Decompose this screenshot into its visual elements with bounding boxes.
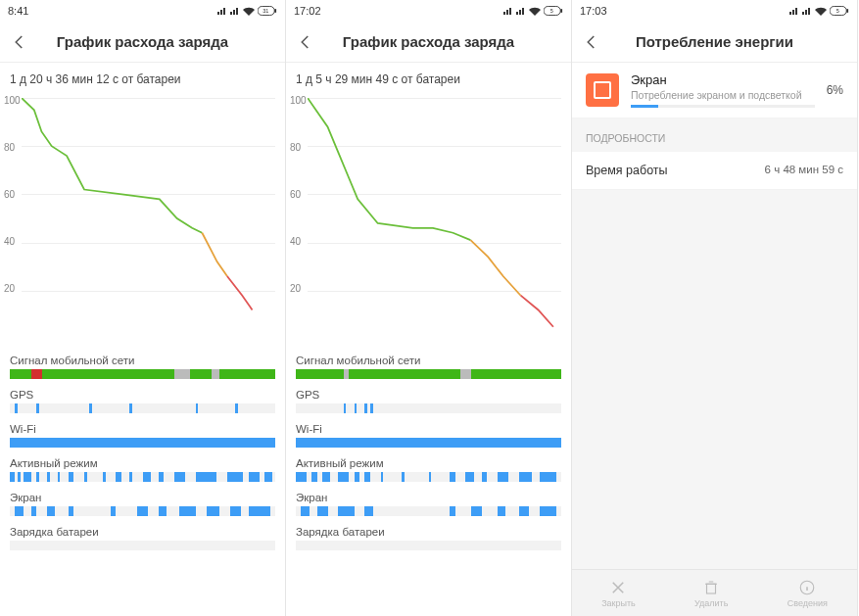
app-progress <box>631 105 815 108</box>
svg-rect-4 <box>560 9 562 13</box>
label-gps: GPS <box>286 383 571 403</box>
svg-text:31: 31 <box>262 8 268 14</box>
label-wifi: Wi-Fi <box>286 417 571 438</box>
trash-icon <box>702 579 720 596</box>
back-button[interactable] <box>8 30 31 54</box>
chevron-left-icon <box>583 33 600 51</box>
bar-screen <box>10 506 275 516</box>
runtime-label: Время работы <box>586 164 668 177</box>
status-bar: 17:02 5 <box>286 0 571 22</box>
content: Экран Потребление экраном и подсветкой 6… <box>572 63 857 616</box>
chart-line <box>22 98 272 339</box>
app-percent: 6% <box>827 83 843 97</box>
app-name: Экран <box>631 72 815 87</box>
label-screen: Экран <box>286 486 571 506</box>
screen-battery-graph-1: 8:41 31 График расхода заряда 1 д 20 ч 3… <box>0 0 286 616</box>
status-time: 17:02 <box>294 5 321 17</box>
bar-charging <box>10 541 275 550</box>
label-mobile: Сигнал мобильной сети <box>0 349 285 369</box>
svg-text:5: 5 <box>836 8 839 14</box>
svg-text:5: 5 <box>550 8 553 14</box>
bar-mobile-signal <box>10 369 275 379</box>
content: 1 д 5 ч 29 мин 49 с от батареи 100 80 60… <box>286 63 571 616</box>
info-icon <box>798 579 816 596</box>
battery-icon: 5 <box>830 6 849 16</box>
label-active: Активный режим <box>286 451 571 472</box>
back-button[interactable] <box>580 30 603 54</box>
bar-screen <box>296 506 561 516</box>
status-time: 8:41 <box>8 5 28 17</box>
battery-duration: 1 д 5 ч 29 мин 49 с от батареи <box>286 63 571 92</box>
label-gps: GPS <box>0 383 285 403</box>
bar-mobile-signal <box>296 369 561 379</box>
runtime-value: 6 ч 48 мин 59 с <box>765 164 843 177</box>
screen-battery-graph-2: 17:02 5 График расхода заряда 1 д 5 ч 29… <box>286 0 572 616</box>
screen-energy-consumption: 17:03 5 Потребление энергии Экран Потреб… <box>572 0 858 616</box>
label-mobile: Сигнал мобильной сети <box>286 349 571 369</box>
header: График расхода заряда <box>286 22 571 63</box>
details-header: ПОДРОБНОСТИ <box>572 118 857 152</box>
header: График расхода заряда <box>0 22 285 63</box>
status-icons: 31 <box>217 6 277 16</box>
bar-active <box>296 472 561 482</box>
page-title: График расхода заряда <box>323 33 534 50</box>
status-icons: 5 <box>503 6 563 16</box>
bar-gps <box>296 403 561 413</box>
label-wifi: Wi-Fi <box>0 417 285 438</box>
label-charging: Зарядка батареи <box>0 520 285 541</box>
label-active: Активный режим <box>0 451 285 472</box>
info-button[interactable]: Сведения <box>787 579 828 608</box>
page-title: График расхода заряда <box>37 33 248 50</box>
content: 1 д 20 ч 36 мин 12 с от батареи 100 80 6… <box>0 63 285 616</box>
bottom-action-bar: Закрыть Удалить Сведения <box>572 569 857 616</box>
runtime-row: Время работы 6 ч 48 мин 59 с <box>572 152 857 190</box>
svg-rect-1 <box>274 9 276 13</box>
bar-wifi <box>10 438 275 448</box>
battery-chart: 100 80 60 40 20 <box>286 92 571 349</box>
bar-charging <box>296 541 561 550</box>
chevron-left-icon <box>11 33 28 51</box>
delete-button[interactable]: Удалить <box>694 579 728 608</box>
label-charging: Зарядка батареи <box>286 520 571 541</box>
battery-chart: 100 80 60 40 20 <box>0 92 285 349</box>
svg-rect-7 <box>846 9 848 13</box>
close-icon <box>609 579 627 596</box>
status-bar: 17:03 5 <box>572 0 857 22</box>
chart-line <box>308 98 558 339</box>
svg-rect-9 <box>707 584 716 593</box>
status-bar: 8:41 31 <box>0 0 285 22</box>
bar-gps <box>10 403 275 413</box>
status-icons: 5 <box>789 6 849 16</box>
battery-icon: 5 <box>544 6 563 16</box>
bar-active <box>10 472 275 482</box>
page-title: Потребление энергии <box>609 33 820 50</box>
bar-wifi <box>296 438 561 448</box>
battery-icon: 31 <box>258 6 277 16</box>
app-consumption-item[interactable]: Экран Потребление экраном и подсветкой 6… <box>572 63 857 118</box>
chevron-left-icon <box>297 33 314 51</box>
close-button[interactable]: Закрыть <box>601 579 636 608</box>
status-time: 17:03 <box>580 5 607 17</box>
back-button[interactable] <box>294 30 317 54</box>
label-screen: Экран <box>0 486 285 506</box>
app-sub: Потребление экраном и подсветкой <box>631 89 815 101</box>
screen-app-icon <box>586 73 619 107</box>
header: Потребление энергии <box>572 22 857 63</box>
battery-duration: 1 д 20 ч 36 мин 12 с от батареи <box>0 63 285 92</box>
